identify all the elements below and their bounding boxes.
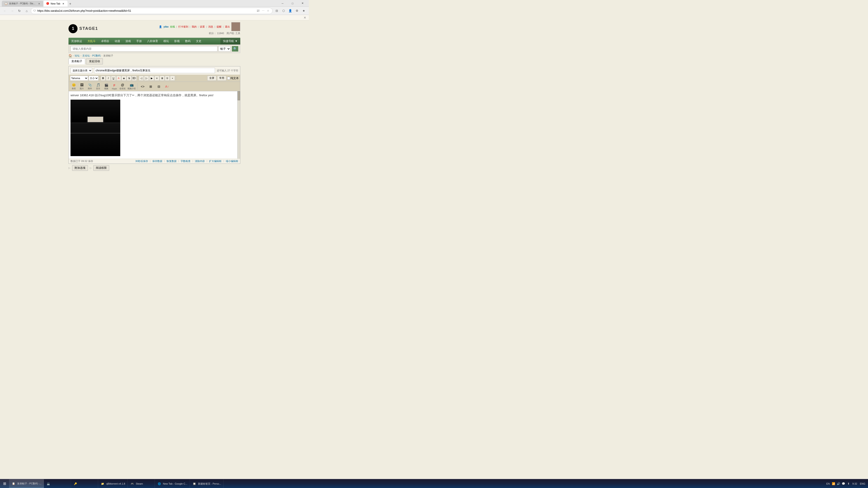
- save-data-link[interactable]: 保存数据: [152, 160, 162, 163]
- reminders-link[interactable]: 提醒: [217, 25, 221, 29]
- ul-button[interactable]: •: [170, 76, 175, 80]
- plain-text-checkbox[interactable]: [227, 77, 230, 80]
- nav-item-0[interactable]: 页游联运: [68, 38, 85, 44]
- size-select[interactable]: 大小: [89, 76, 98, 80]
- indent3-button[interactable]: ⊟: [155, 84, 162, 89]
- fullscreen-button[interactable]: 全屏: [207, 76, 216, 80]
- tab-2[interactable]: 🔴 New Tab ✕: [43, 1, 68, 6]
- clear-content-link[interactable]: 清除内容: [195, 160, 205, 163]
- forward-button[interactable]: →: [9, 8, 16, 14]
- font-size2-button[interactable]: A↑: [163, 84, 170, 89]
- underline-button[interactable]: U: [111, 76, 116, 80]
- strikethrough-button[interactable]: S̶: [127, 76, 131, 80]
- maximize-button[interactable]: □: [288, 0, 297, 6]
- tab2-close[interactable]: ✕: [62, 2, 65, 5]
- extensions-button[interactable]: ⬡: [280, 8, 287, 14]
- font-select[interactable]: Tahoma: [70, 76, 88, 80]
- breadcrumb-forum[interactable]: 论坛: [74, 54, 80, 57]
- left-align-button[interactable]: ◁: [139, 76, 144, 80]
- nav-item-7[interactable]: 模玩: [161, 38, 172, 44]
- messages-link[interactable]: 消息: [208, 25, 213, 29]
- tab-1[interactable]: 📋 发表帖子 - PC数码 - Stage1 ✕: [2, 1, 43, 6]
- new-tab-button[interactable]: +: [68, 1, 73, 6]
- close-button[interactable]: ✕: [298, 0, 307, 6]
- profile-button[interactable]: 👤: [287, 8, 293, 14]
- ad-close-button[interactable]: ✕: [303, 15, 307, 20]
- nav-item-2[interactable]: 卓明谷: [98, 38, 112, 44]
- clear-format-button[interactable]: ⌦: [132, 76, 137, 80]
- common-button[interactable]: 常用: [217, 76, 226, 80]
- editor-body[interactable]: winver 18362.418 估计bug10对显示部分下刀了✂，两个浏览器还…: [69, 91, 240, 159]
- editor-scrollbar[interactable]: [237, 91, 240, 159]
- music-button[interactable]: 🎵 音乐: [94, 82, 102, 91]
- restore-data-link[interactable]: 恢复数据: [166, 160, 177, 163]
- center-align-button[interactable]: ▷: [144, 76, 149, 80]
- code-icon: <>: [140, 84, 145, 89]
- logo-icon: 1: [68, 24, 78, 33]
- attach-options-button[interactable]: 附加选项: [72, 165, 88, 171]
- read-perm-button[interactable]: 阅读权限: [93, 165, 109, 171]
- flash-button[interactable]: F Flash: [111, 83, 118, 90]
- auto-save-link[interactable]: 30秒后保存: [135, 160, 148, 163]
- back-button[interactable]: ←: [2, 8, 8, 14]
- plain-text-label: 纯文本: [230, 76, 239, 80]
- logout-link[interactable]: 退出: [225, 25, 230, 29]
- highlight-button[interactable]: ◈: [121, 76, 126, 80]
- nav-item-3[interactable]: 动漫: [112, 38, 123, 44]
- quick-nav-button[interactable]: 快捷导航 ▼: [220, 38, 240, 44]
- score-value: 11840: [217, 32, 224, 35]
- word-count-link[interactable]: 字数检查: [181, 160, 191, 163]
- shrink-editor-link[interactable]: 缩小编辑框: [226, 160, 238, 163]
- nav-item-5[interactable]: 手游: [133, 38, 145, 44]
- image-button[interactable]: 🖼 图片: [78, 82, 86, 91]
- search-input[interactable]: [70, 46, 217, 52]
- scrollbar-thumb[interactable]: [238, 91, 240, 100]
- font-color-button[interactable]: A: [116, 76, 121, 80]
- bold-button[interactable]: B: [101, 76, 105, 80]
- favorites-star-button[interactable]: ★: [301, 8, 307, 14]
- italic-button[interactable]: I: [106, 76, 111, 80]
- indent2-button[interactable]: ≣: [160, 76, 164, 80]
- table-button[interactable]: ⊞: [147, 84, 154, 89]
- video-intro-button[interactable]: 📺 视频介绍: [127, 82, 136, 91]
- tab-activity[interactable]: 发起活动: [86, 58, 103, 64]
- search-type-select[interactable]: 帖子: [218, 46, 230, 52]
- breadcrumb-main-forum[interactable]: 主论坛: [82, 54, 90, 57]
- indent-button[interactable]: ≡: [154, 76, 159, 80]
- mention-button[interactable]: @ @原友: [119, 82, 126, 91]
- collections-button[interactable]: ⊟: [274, 8, 280, 14]
- reader-mode-icon[interactable]: 📰: [256, 9, 260, 13]
- status-right: 30秒后保存 | 保存数据 | 恢复数据 | 字数检查 | 清除内容 | 扩大编…: [135, 160, 238, 163]
- favorites-icon[interactable]: ☆: [266, 9, 270, 13]
- category-select[interactable]: 选择主题分类: [70, 68, 92, 73]
- address-bar-input[interactable]: [37, 9, 255, 12]
- expand-editor-link[interactable]: 扩大编辑框: [209, 160, 221, 163]
- attachment-button[interactable]: 📎 附件: [86, 82, 94, 91]
- nav-item-1[interactable]: 大乱斗: [85, 38, 98, 44]
- settings-button[interactable]: ⚙: [294, 8, 300, 14]
- search-button[interactable]: 🔍: [232, 46, 238, 52]
- home-breadcrumb-icon[interactable]: 🏠: [68, 54, 72, 57]
- nav-item-6[interactable]: 八卦体育: [145, 38, 161, 44]
- nav-item-10[interactable]: 文史: [193, 38, 204, 44]
- settings-link[interactable]: 设置: [200, 25, 205, 29]
- ol-button[interactable]: ①: [165, 76, 170, 80]
- video-button[interactable]: 🎬 视频: [103, 82, 110, 91]
- right-align-button[interactable]: ▶: [149, 76, 154, 80]
- more-options-icon[interactable]: ⋯: [261, 9, 265, 13]
- checkin-link[interactable]: 打卡签到: [178, 25, 188, 29]
- nav-item-4[interactable]: 游戏: [123, 38, 133, 44]
- emoji-button[interactable]: 😊 表情: [70, 82, 77, 91]
- code-button[interactable]: <>: [139, 84, 146, 89]
- nav-item-8[interactable]: 影视: [172, 38, 182, 44]
- subject-input[interactable]: [94, 68, 215, 73]
- tab1-close[interactable]: ✕: [37, 2, 41, 5]
- ad-bar: ✕: [0, 15, 309, 20]
- minimize-button[interactable]: ─: [278, 0, 287, 6]
- my-link[interactable]: 我的: [192, 25, 197, 29]
- refresh-button[interactable]: ↻: [16, 8, 23, 14]
- nav-item-9[interactable]: 数码: [182, 38, 193, 44]
- breadcrumb-pc[interactable]: PC数码: [92, 54, 101, 57]
- home-button[interactable]: ⌂: [24, 8, 30, 14]
- tab-post[interactable]: 发表帖子: [68, 58, 85, 64]
